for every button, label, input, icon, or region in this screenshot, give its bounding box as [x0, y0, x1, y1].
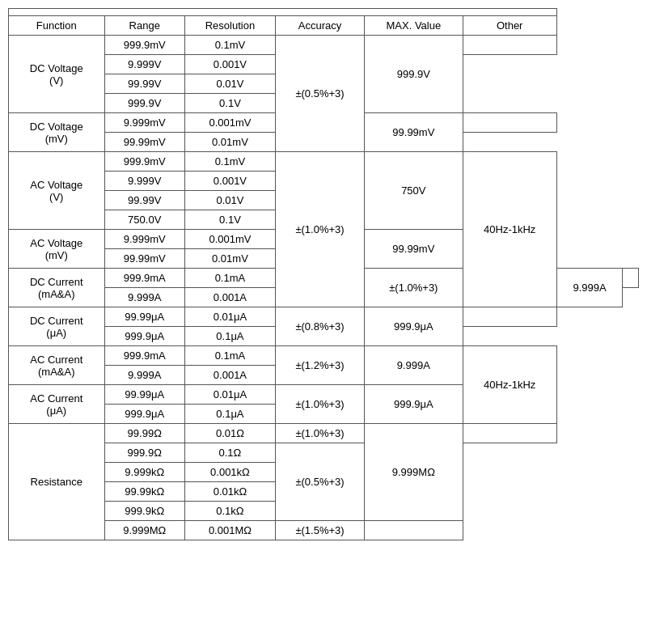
cell: 999.9mA [104, 269, 184, 288]
cell: 99.99Ω [104, 424, 184, 443]
cell: 40Hz-1kHz [463, 346, 556, 424]
col-header-range: Range [104, 16, 184, 36]
cell: 99.99mV [365, 113, 463, 152]
cell: 0.001MΩ [184, 521, 275, 540]
cell: ±(1.0%+3) [275, 424, 364, 443]
table-row: AC Current(mA&A)999.9mA0.1mA±(1.2%+3)9.9… [9, 346, 639, 366]
cell: 99.99μA [104, 307, 184, 327]
cell: 0.1mV [184, 152, 275, 172]
cell: 0.1mV [184, 36, 275, 55]
cell: 0.001mV [184, 113, 275, 133]
cell: DC Current(mA&A) [9, 269, 105, 307]
col-header-max--value: MAX. Value [365, 16, 463, 36]
cell: ±(1.5%+3) [275, 521, 364, 540]
cell: 0.1V [184, 210, 275, 230]
cell: 999.9mV [104, 152, 184, 172]
electrical-specs-table: FunctionRangeResolutionAccuracyMAX. Valu… [8, 8, 639, 540]
cell: 9.999kΩ [104, 463, 184, 482]
cell: ±(1.0%+3) [275, 152, 364, 307]
cell: 0.1kΩ [184, 502, 275, 521]
table-title [9, 9, 557, 16]
cell: 9.999MΩ [365, 424, 463, 521]
cell: 0.1μA [184, 405, 275, 424]
table-row: AC Voltage(V)999.9mV0.1mV±(1.0%+3)750V40… [9, 152, 639, 172]
cell [623, 269, 639, 288]
cell: 0.01V [184, 74, 275, 94]
cell: 40Hz-1kHz [463, 152, 556, 307]
cell: 750.0V [104, 210, 184, 230]
cell: AC Voltage(V) [9, 152, 105, 230]
cell: ±(0.5%+3) [275, 36, 364, 152]
cell: ±(0.5%+3) [275, 443, 364, 521]
table-row: Resistance99.99Ω0.01Ω±(1.0%+3)9.999MΩ [9, 424, 639, 443]
cell: 9.999V [104, 172, 184, 191]
cell: 9.999mV [104, 230, 184, 249]
cell: ±(1.0%+3) [365, 269, 463, 307]
cell: 9.999A [365, 346, 463, 385]
cell: DC Current(μA) [9, 307, 105, 346]
cell: 999.9μA [365, 385, 463, 424]
cell [463, 424, 556, 443]
cell [463, 113, 556, 133]
cell: 9.999A [104, 288, 184, 307]
cell: AC Voltage(mV) [9, 230, 105, 269]
cell: 0.1V [184, 94, 275, 113]
cell: 99.99kΩ [104, 482, 184, 502]
cell: 0.001V [184, 172, 275, 191]
cell: 0.1mA [184, 346, 275, 366]
cell [463, 307, 556, 327]
cell: 0.001A [184, 288, 275, 307]
col-header-function: Function [9, 16, 105, 36]
cell: 999.9μA [365, 307, 463, 346]
cell [365, 521, 463, 540]
cell: 0.1mA [184, 269, 275, 288]
cell: 999.9mA [104, 346, 184, 366]
table-row: DC Voltage(V)999.9mV0.1mV±(0.5%+3)999.9V [9, 36, 639, 55]
cell: 0.01V [184, 191, 275, 210]
cell: 9.999MΩ [104, 521, 184, 540]
table-row: DC Current(μA)99.99μA0.01μA±(0.8%+3)999.… [9, 307, 639, 327]
col-header-resolution: Resolution [184, 16, 275, 36]
cell: AC Current(μA) [9, 385, 105, 424]
cell: 0.001mV [184, 230, 275, 249]
cell: 0.001A [184, 366, 275, 385]
cell: 99.99V [104, 191, 184, 210]
col-header-other: Other [463, 16, 556, 36]
cell: ±(0.8%+3) [275, 307, 364, 346]
cell: Resistance [9, 424, 105, 540]
cell: 0.01kΩ [184, 482, 275, 502]
cell [463, 36, 556, 55]
cell: 0.01Ω [184, 424, 275, 443]
cell: 9.999A [104, 366, 184, 385]
cell: 750V [365, 152, 463, 230]
cell: 9.999A [556, 269, 623, 307]
cell: 0.01μA [184, 307, 275, 327]
cell: 999.9kΩ [104, 502, 184, 521]
cell: 0.1Ω [184, 443, 275, 463]
cell: 9.999mV [104, 113, 184, 133]
cell: ±(1.0%+3) [275, 385, 364, 424]
cell: 0.001V [184, 55, 275, 74]
cell: 999.9Ω [104, 443, 184, 463]
cell: 99.99μA [104, 385, 184, 405]
cell: 99.99mV [365, 230, 463, 269]
cell: AC Current(mA&A) [9, 346, 105, 385]
cell: DC Voltage(mV) [9, 113, 105, 152]
cell: ±(1.2%+3) [275, 346, 364, 385]
cell: 999.9μA [104, 327, 184, 346]
cell: 9.999V [104, 55, 184, 74]
col-header-accuracy: Accuracy [275, 16, 364, 36]
cell: 0.01μA [184, 385, 275, 405]
cell: 99.99V [104, 74, 184, 94]
cell: 0.01mV [184, 249, 275, 269]
cell: 0.01mV [184, 133, 275, 152]
cell: 99.99mV [104, 249, 184, 269]
cell: 999.9V [365, 36, 463, 113]
cell: 0.1μA [184, 327, 275, 346]
cell: 0.001kΩ [184, 463, 275, 482]
cell: 99.99mV [104, 133, 184, 152]
cell: DC Voltage(V) [9, 36, 105, 113]
cell: 999.9V [104, 94, 184, 113]
cell: 999.9μA [104, 405, 184, 424]
cell: 999.9mV [104, 36, 184, 55]
